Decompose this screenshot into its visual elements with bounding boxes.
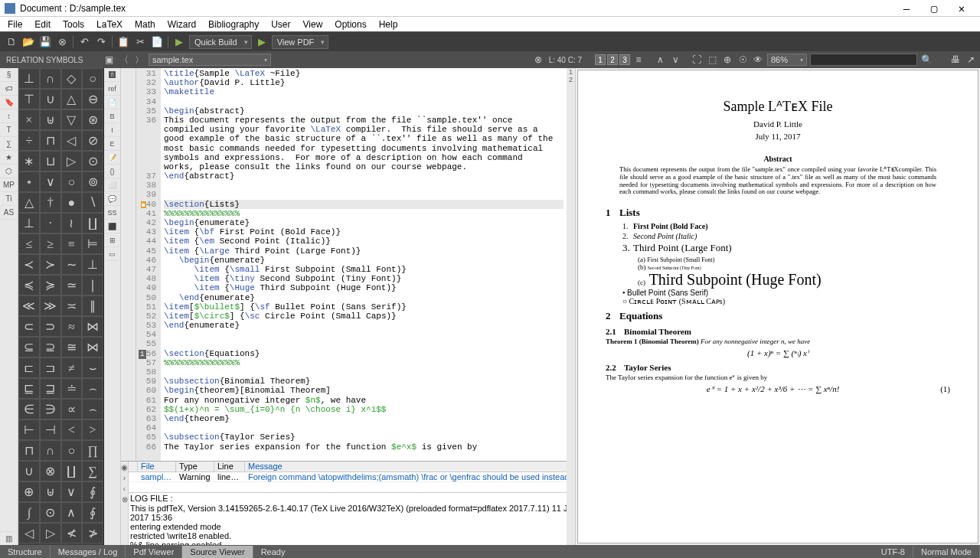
symbol-cell[interactable]: ⊙: [40, 502, 61, 523]
symbol-cell[interactable]: ⊃: [40, 316, 61, 337]
symbol-cell[interactable]: ≐: [61, 378, 83, 399]
symbol-cell[interactable]: ∪: [40, 89, 61, 109]
symbol-cell[interactable]: >: [82, 419, 103, 440]
symbol-cell[interactable]: ∐: [82, 213, 103, 233]
symbol-cell[interactable]: ∐: [61, 461, 83, 481]
symbol-cell[interactable]: ≺: [18, 254, 40, 275]
side-tool[interactable]: B: [104, 109, 120, 123]
menu-tools[interactable]: Tools: [57, 17, 90, 31]
symbol-cell[interactable]: ∗: [18, 151, 40, 171]
zoom-in-icon[interactable]: ⊕: [720, 53, 734, 67]
symbol-cell[interactable]: ∑: [82, 461, 103, 481]
tool-pst[interactable]: ⬡: [0, 165, 18, 178]
tool-bottom-panel[interactable]: ▥: [0, 531, 18, 545]
menu-help[interactable]: Help: [373, 17, 404, 31]
log-output[interactable]: This is pdfTeX, Version 3.14159265-2.6-1…: [129, 504, 599, 550]
symbol-cell[interactable]: <: [61, 419, 83, 440]
nav-fwd-icon[interactable]: 〉: [132, 53, 146, 67]
side-tool[interactable]: 🅰: [104, 68, 120, 82]
view-icon[interactable]: 👁: [751, 53, 765, 67]
msg-clear-icon[interactable]: ⊗: [121, 494, 128, 504]
tool-part[interactable]: §: [0, 68, 18, 82]
symbol-cell[interactable]: †: [40, 192, 61, 213]
symbol-cell[interactable]: ∩: [40, 440, 61, 461]
tool-ti[interactable]: Ti: [0, 192, 18, 206]
menu-latex[interactable]: LaTeX: [90, 17, 129, 31]
symbol-cell[interactable]: ≈: [61, 316, 83, 337]
pg-down-icon[interactable]: ∨: [668, 53, 682, 67]
new-icon[interactable]: 🗋: [4, 34, 19, 50]
open-icon[interactable]: 📂: [21, 34, 36, 50]
tool-bold[interactable]: ↕: [0, 109, 18, 123]
symbol-cell[interactable]: ÷: [18, 130, 40, 151]
cut-icon[interactable]: ✂: [132, 34, 148, 50]
symbol-cell[interactable]: ⊨: [82, 233, 103, 254]
symbol-cell[interactable]: ≮: [61, 523, 83, 543]
symbol-cell[interactable]: ⊚: [82, 171, 103, 192]
symbol-cell[interactable]: ◁: [61, 130, 83, 151]
pdf-search-input[interactable]: [810, 54, 917, 66]
symbol-cell[interactable]: ◁: [18, 523, 40, 543]
symbol-cell[interactable]: ⊙: [82, 151, 103, 171]
symbol-cell[interactable]: ∼: [61, 254, 83, 275]
side-tool[interactable]: ⊞: [104, 233, 120, 247]
minimize-button[interactable]: —: [893, 1, 920, 16]
status-mode[interactable]: Normal Mode: [913, 546, 980, 558]
symbol-cell[interactable]: ∧: [61, 502, 83, 523]
symbol-cell[interactable]: ×: [18, 109, 40, 130]
symbol-cell[interactable]: ≥: [40, 233, 61, 254]
pg-up-icon[interactable]: ∧: [653, 53, 667, 67]
symbol-cell[interactable]: △: [18, 192, 40, 213]
side-tool[interactable]: ref: [104, 82, 120, 96]
symbol-cell[interactable]: ⊓: [40, 130, 61, 151]
menu-options[interactable]: Options: [328, 17, 372, 31]
build-combo[interactable]: Quick Build: [189, 35, 252, 49]
message-row[interactable]: sample.tex Warning line 62 Foreign comma…: [129, 472, 599, 482]
symbol-cell[interactable]: ≤: [18, 233, 40, 254]
symbol-cell[interactable]: ≅: [61, 337, 83, 357]
side-tool[interactable]: ⬛: [104, 220, 120, 233]
symbol-cell[interactable]: ⊥: [18, 68, 40, 89]
close-button[interactable]: ✕: [948, 1, 975, 16]
symbol-cell[interactable]: ∣: [82, 275, 103, 295]
symbol-cell[interactable]: ⊢: [18, 419, 40, 440]
symbol-cell[interactable]: ⌢: [82, 378, 103, 399]
symbol-cell[interactable]: ⊥: [82, 254, 103, 275]
symbol-cell[interactable]: ∖: [82, 192, 103, 213]
symbol-cell[interactable]: ∋: [40, 399, 61, 419]
status-encoding[interactable]: UTF-8: [874, 546, 913, 558]
symbol-cell[interactable]: ⊣: [40, 419, 61, 440]
zoom-out-icon[interactable]: ☉: [736, 53, 750, 67]
symbol-cell[interactable]: ⊑: [18, 378, 40, 399]
side-tool[interactable]: E: [104, 137, 120, 151]
symbol-cell[interactable]: ○: [61, 440, 83, 461]
symbol-cell[interactable]: ≪: [18, 295, 40, 316]
symbol-cell[interactable]: ○: [82, 68, 103, 89]
tab-source-viewer[interactable]: Source Viewer: [182, 546, 253, 558]
run-build-button[interactable]: ▶: [172, 34, 187, 50]
side-tool[interactable]: ▭: [104, 247, 120, 261]
undo-icon[interactable]: ↶: [77, 34, 92, 50]
symbol-cell[interactable]: ∮: [82, 502, 103, 523]
symbol-cell[interactable]: ∏: [82, 440, 103, 461]
symbol-cell[interactable]: ⊎: [40, 481, 61, 502]
fit-page-icon[interactable]: ⬚: [705, 53, 719, 67]
symbol-cell[interactable]: ≠: [61, 357, 83, 378]
symbol-cell[interactable]: ⊎: [40, 109, 61, 130]
symbol-cell[interactable]: ≻: [40, 254, 61, 275]
symbol-cell[interactable]: ▷: [40, 523, 61, 543]
symbol-cell[interactable]: ≡: [61, 233, 83, 254]
symbol-cell[interactable]: ▷: [61, 151, 83, 171]
symbol-cell[interactable]: ●: [61, 192, 83, 213]
symbol-cell[interactable]: ⋈: [82, 337, 103, 357]
redo-icon[interactable]: ↷: [93, 34, 109, 50]
copy-icon[interactable]: 📋: [116, 34, 131, 50]
symbol-cell[interactable]: ≽: [40, 275, 61, 295]
symbol-cell[interactable]: ∫: [18, 502, 40, 523]
code-editor[interactable]: \title{Sample \LaTeX ~File}\author{David…: [161, 68, 567, 461]
tool-math[interactable]: ∑: [0, 137, 18, 151]
side-tool[interactable]: {}: [104, 165, 120, 178]
symbol-cell[interactable]: ≯: [82, 523, 103, 543]
tab-messages[interactable]: Messages / Log: [51, 546, 126, 558]
symbol-cell[interactable]: ∮: [82, 481, 103, 502]
